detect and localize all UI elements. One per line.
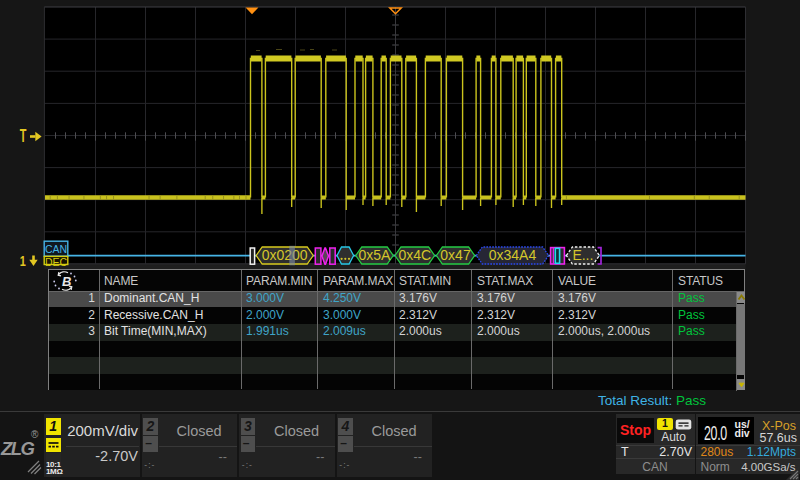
svg-text:0x47: 0x47 <box>440 247 471 263</box>
svg-text:0x0200: 0x0200 <box>262 247 308 263</box>
svg-text:DEC: DEC <box>45 256 68 268</box>
svg-text:E...: E... <box>572 247 593 263</box>
svg-text:1: 1 <box>20 252 26 269</box>
svg-text:0x5A: 0x5A <box>359 247 392 263</box>
svg-text:0x4C: 0x4C <box>398 247 431 263</box>
svg-text:®: ® <box>31 429 39 440</box>
svg-text:CAN: CAN <box>45 243 67 255</box>
svg-text:T: T <box>20 127 27 146</box>
svg-text:ZLG: ZLG <box>0 438 35 459</box>
svg-text:0x34A4: 0x34A4 <box>489 247 537 263</box>
